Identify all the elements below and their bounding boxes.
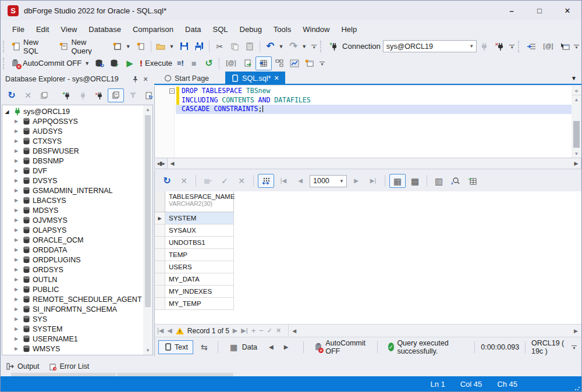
cell-tablespace-name[interactable]: SYSTEM [165,212,234,224]
tree-item-schema[interactable]: ▶APPQOSSYS [2,116,143,126]
autocommit-status[interactable]: ✕ AutoCommit OFF [310,338,371,357]
menu-debug[interactable]: Debug [234,23,268,36]
expander-collapsed-icon[interactable]: ▶ [12,247,21,252]
menu-edit[interactable]: Edit [30,23,55,36]
expander-collapsed-icon[interactable]: ▶ [12,297,21,302]
cancel-changes-button[interactable]: ✕ [234,174,249,187]
table-row[interactable]: MY_DATA [155,273,581,286]
new-query-button[interactable]: ✱ New Query [56,37,109,56]
macro-button[interactable]: [@] [539,40,558,53]
cell-tablespace-name[interactable]: USERS [165,261,234,273]
scroll-up-icon[interactable]: ▲ [574,95,579,104]
cell-tablespace-name[interactable]: MY_INDEXES [165,286,234,298]
expander-collapsed-icon[interactable]: ▶ [12,158,21,163]
new-result-window-button[interactable]: ✱ [302,57,317,70]
menu-tools[interactable]: Tools [268,23,297,36]
expander-collapsed-icon[interactable]: ▶ [12,237,21,243]
row-selector[interactable] [155,237,165,249]
splitter-handle-icon[interactable]: ◂▮▸ [155,158,168,169]
tree-item-schema[interactable]: ▶DBSFWUSER [2,146,143,156]
copy-button[interactable] [227,40,242,53]
menu-database[interactable]: Database [83,23,127,36]
cell-tablespace-name[interactable]: UNDOTBS1 [165,237,234,249]
new-connection-button[interactable]: + [326,40,341,53]
explorer-scrollbar[interactable]: ▲ ▼ [143,105,152,355]
apply-changes-button[interactable]: ✓ [217,174,232,187]
connection-combobox[interactable]: sys@ORCL19 ▼ [383,40,477,52]
tree-item-schema[interactable]: ▶DVF [2,166,143,176]
tree-item-schema[interactable]: ▶WMSYS [2,344,143,354]
find-in-grid-button[interactable] [448,174,463,187]
disconnect-button[interactable]: ✕ [492,40,507,53]
code-line-2[interactable]: INCLUDING CONTENTS AND DATAFILES [182,96,571,105]
table-row[interactable]: UNDOTBS1 [155,237,581,249]
record-accept-icon[interactable]: ✓ [267,327,272,334]
scrollbar-thumb[interactable] [573,121,580,148]
cut-button[interactable]: ✂ [212,40,227,53]
toolbar-overflow-button[interactable]: ▾ [320,62,325,65]
explorer-delete-button[interactable]: ✕ [20,89,36,102]
tree-item-schema[interactable]: ▶ORDPLUGINS [2,255,143,265]
close-panel-icon[interactable]: ✕ [140,74,151,84]
code-line-1[interactable]: DROP TABLESPACE TBSnew [182,87,571,96]
expander-collapsed-icon[interactable]: ▶ [12,188,21,193]
scroll-right-icon[interactable]: ▶ [570,328,581,334]
new-window-button[interactable] [558,40,573,53]
expander-collapsed-icon[interactable]: ▶ [12,178,21,183]
toolbar-grip[interactable] [320,41,324,52]
explorer-show-objects-button[interactable] [108,88,124,102]
tree-root-connection[interactable]: ◢sys@ORCL19 [2,106,143,116]
tab-close-icon[interactable]: ✕ [274,74,279,82]
menu-window[interactable]: Window [297,23,335,36]
commit-button[interactable] [200,174,215,187]
editor-horizontal-scrollbar[interactable]: ◂▮▸ ◀ ▶ [154,158,581,169]
chart-button[interactable] [287,57,302,70]
paging-mode-button[interactable] [258,174,274,188]
tree-item-schema[interactable]: ▶LBACSYS [2,195,143,205]
paste-button[interactable] [242,40,257,53]
next-result-icon[interactable]: ▶ [281,344,292,350]
tab-sql-document[interactable]: SQL.sql* ✕ [225,72,285,85]
maximize-button[interactable]: □ [526,1,553,20]
close-button[interactable]: ✕ [553,1,581,20]
expander-collapsed-icon[interactable]: ▶ [12,208,21,213]
menu-sql[interactable]: SQL [207,23,234,36]
table-row[interactable]: MY_TEMP [155,298,581,310]
resize-grip[interactable] [574,385,580,391]
grid-cancel-button[interactable]: ✕ [176,174,191,187]
menu-comparison[interactable]: Comparison [127,23,179,36]
grid-refresh-button[interactable]: ↻ [159,174,175,187]
connect-button[interactable] [477,40,492,53]
save-button[interactable] [176,40,191,53]
tree-item-schema[interactable]: ▶PUBLIC [2,284,143,294]
explorer-connect-button[interactable] [75,89,90,102]
goto-line-button[interactable] [524,40,539,53]
redo-button[interactable]: ↷ ▼ [286,40,309,53]
tree-item-schema[interactable]: ▶AUDSYS [2,126,143,136]
toolbar-overflow-button[interactable]: ▾ [311,45,317,48]
tree-item-schema[interactable]: ▶REMOTE_SCHEDULER_AGENT [2,294,143,304]
undo-button[interactable]: ↶ ▼ [262,40,286,53]
expander-collapsed-icon[interactable]: ▶ [12,218,21,223]
tree-item-schema[interactable]: ▶SI_INFORMTN_SCHEMA [2,304,143,314]
menu-file[interactable]: File [6,23,30,36]
results-to-grid-button[interactable] [255,56,272,70]
first-page-button[interactable]: |◀ [276,174,291,187]
validate-button[interactable]: ✓ [107,57,122,70]
tree-item-schema[interactable]: ▶DVSYS [2,176,143,186]
history-button[interactable]: ↺ [201,57,217,70]
row-selector[interactable] [155,261,165,273]
expander-collapsed-icon[interactable]: ▶ [12,257,21,262]
expander-collapsed-icon[interactable]: ▶ [12,277,21,282]
code-line-3[interactable]: CASCADE CONSTRAINTS; [182,105,571,114]
record-last-icon[interactable]: ▶| [241,327,247,334]
toolbar-grip[interactable] [3,58,6,69]
minimize-button[interactable]: – [498,1,526,20]
tree-item-schema[interactable]: ▶OUTLN [2,275,143,284]
explorer-new-connection-button[interactable]: + [59,89,74,102]
execute-script-button[interactable]: ≡! [175,58,186,69]
tree-item-schema[interactable]: ▶ORDDATA [2,245,143,255]
cell-tablespace-name[interactable]: TEMP [165,249,234,261]
cell-tablespace-name[interactable]: MY_TEMP [165,298,234,310]
prev-page-button[interactable]: ◀ [293,174,308,187]
